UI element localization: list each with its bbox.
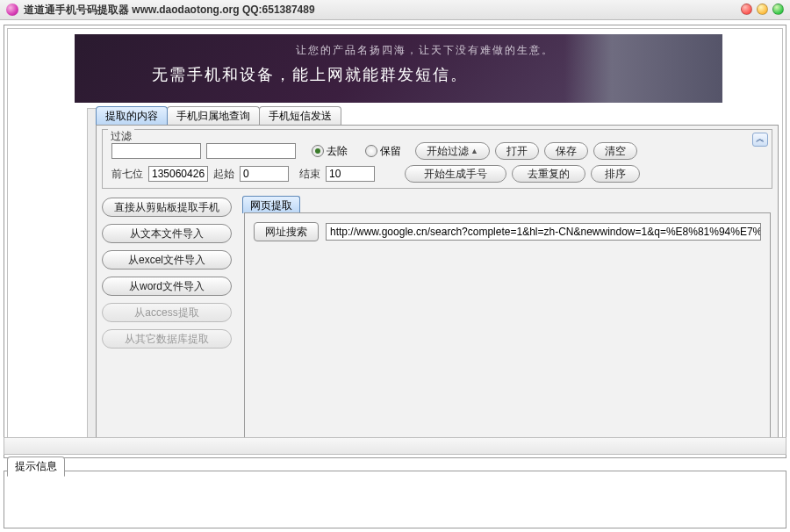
radio-keep[interactable]: 保留: [365, 144, 401, 159]
mouse-led-icon: [632, 45, 639, 52]
filter-group: 过滤 ︽ 去除 保留 开始过滤▲ 打开 保存 清空: [102, 129, 772, 189]
main-tab-area: 提取的内容 手机归属地查询 手机短信发送 过滤 ︽ 去除 保留: [96, 106, 779, 450]
db-import-button: 从其它数据库提取: [102, 329, 232, 349]
maximize-icon[interactable]: [772, 4, 784, 15]
ad-banner: 让您的产品名扬四海，让天下没有难做的生意。 无需手机和设备，能上网就能群发短信。: [75, 34, 722, 103]
banner-subtitle: 让您的产品名扬四海，让天下没有难做的生意。: [296, 43, 554, 58]
start-filter-button[interactable]: 开始过滤▲: [415, 142, 490, 160]
filter-input-1[interactable]: [111, 143, 201, 159]
url-input[interactable]: http://www.google.cn/search?complete=1&h…: [326, 223, 761, 241]
tab-sms-send[interactable]: 手机短信发送: [259, 106, 341, 125]
clear-button[interactable]: 清空: [593, 142, 637, 160]
filter-row-2: 前七位 起始 结束 开始生成手号 去重复的 排序: [111, 165, 640, 183]
access-import-button: 从access提取: [102, 303, 232, 322]
tab-web-extract[interactable]: 网页提取: [242, 196, 300, 213]
sub-tabbar: 网页提取: [242, 196, 300, 213]
sub-pane: 网址搜索 http://www.google.cn/search?complet…: [244, 212, 771, 442]
banner-title: 无需手机和设备，能上网就能群发短信。: [152, 64, 468, 85]
filter-row-1: 去除 保留 开始过滤▲ 打开 保存 清空: [111, 142, 637, 160]
titlebar: 道道通手机号码提取器 www.daodaotong.org QQ:6513874…: [0, 0, 790, 20]
outer-inner: 让您的产品名扬四海，让天下没有难做的生意。 无需手机和设备，能上网就能群发短信。…: [7, 28, 783, 455]
open-button[interactable]: 打开: [495, 142, 539, 160]
hint-area[interactable]: [4, 471, 786, 528]
filter-input-2[interactable]: [206, 143, 296, 159]
tab-extracted-content[interactable]: 提取的内容: [96, 106, 168, 125]
status-bar: [4, 437, 786, 455]
outer-panel: 让您的产品名扬四海，让天下没有难做的生意。 无需手机和设备，能上网就能群发短信。…: [4, 25, 786, 458]
start-label: 起始: [213, 167, 234, 182]
sort-button[interactable]: 排序: [591, 165, 640, 183]
radio-dot-icon: [365, 145, 377, 157]
clipboard-extract-button[interactable]: 直接从剪贴板提取手机: [102, 198, 232, 217]
window-title: 道道通手机号码提取器 www.daodaotong.org QQ:6513874…: [24, 3, 315, 18]
prefix-label: 前七位: [111, 167, 143, 182]
word-import-button[interactable]: 从word文件导入: [102, 277, 232, 296]
app-icon: [6, 4, 18, 16]
end-label: 结束: [299, 167, 320, 182]
hint-tab[interactable]: 提示信息: [7, 457, 65, 477]
dedup-button[interactable]: 去重复的: [512, 165, 585, 183]
save-button[interactable]: 保存: [544, 142, 588, 160]
url-row: 网址搜索 http://www.google.cn/search?complet…: [254, 222, 761, 241]
start-input[interactable]: [240, 166, 289, 182]
radio-remove[interactable]: 去除: [312, 144, 348, 159]
url-search-button[interactable]: 网址搜索: [254, 222, 319, 241]
collapse-button[interactable]: ︽: [752, 133, 768, 147]
end-input[interactable]: [326, 166, 375, 182]
txt-import-button[interactable]: 从文本文件导入: [102, 224, 232, 243]
excel-import-button[interactable]: 从excel文件导入: [102, 250, 232, 270]
main-pane: 过滤 ︽ 去除 保留 开始过滤▲ 打开 保存 清空: [96, 125, 779, 450]
tab-location-query[interactable]: 手机归属地查询: [167, 106, 260, 125]
close-icon[interactable]: [741, 4, 752, 15]
window-controls: [741, 4, 784, 15]
minimize-icon[interactable]: [757, 4, 768, 15]
radio-dot-icon: [312, 145, 324, 157]
main-tabbar: 提取的内容 手机归属地查询 手机短信发送: [96, 106, 779, 126]
generate-button[interactable]: 开始生成手号: [405, 165, 506, 183]
prefix-input[interactable]: [148, 166, 208, 182]
left-button-column: 直接从剪贴板提取手机 从文本文件导入 从excel文件导入 从word文件导入 …: [102, 198, 232, 349]
